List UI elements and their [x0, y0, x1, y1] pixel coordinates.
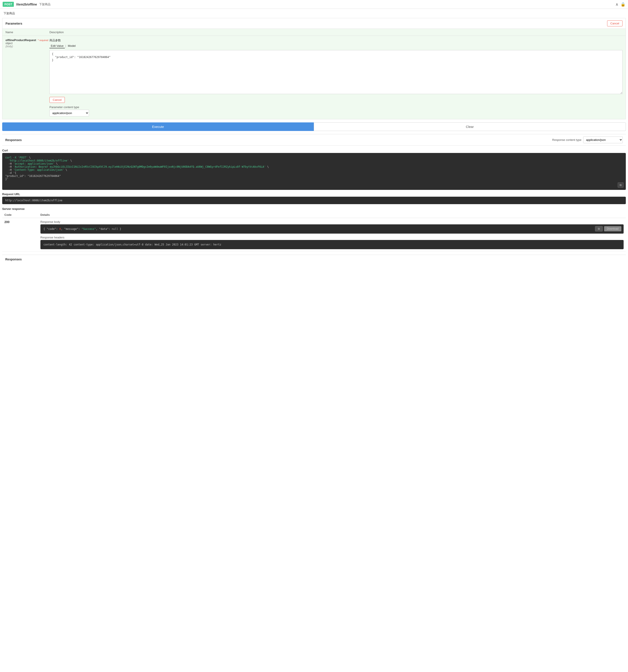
parameters-cancel-button[interactable]: Cancel: [607, 20, 623, 26]
parameters-title: Parameters: [5, 22, 22, 25]
server-response-section: Server response Code Details 200 Respons…: [2, 207, 626, 251]
response-row: 200 Response body { "code": 0, "message"…: [2, 218, 626, 251]
request-url-label: Request URL: [2, 192, 626, 196]
response-content-type-select[interactable]: application/json application/xml: [583, 137, 623, 143]
curl-copy-button[interactable]: ⧉: [618, 183, 624, 188]
response-content-type-label: Response content type: [552, 138, 581, 142]
parameters-header: Parameters Cancel: [2, 18, 626, 29]
execute-clear-row: Execute Clear: [2, 122, 626, 131]
response-body-actions: ⧉ Download: [595, 226, 621, 232]
response-content-type-wrapper: Response content type application/json a…: [552, 137, 623, 143]
response-body-label: Response body: [41, 220, 624, 223]
response-body-block: { "code": 0, "message": "Success", "data…: [41, 224, 624, 234]
json-code-value: 0: [59, 227, 61, 231]
collapse-icon[interactable]: ∧: [615, 2, 618, 7]
json-message-value: "Success": [81, 227, 96, 231]
section-description: 下架商品: [0, 9, 628, 18]
param-type: object: [5, 42, 49, 45]
param-row: offlineProductRequest * required object …: [2, 36, 626, 119]
description-header: Description: [49, 30, 623, 34]
server-response-label: Server response: [2, 207, 626, 211]
responses-header: Responses Response content type applicat…: [2, 134, 626, 146]
param-cancel-wrapper: Cancel: [49, 95, 623, 103]
params-table-header: Name Description: [2, 29, 626, 36]
response-headers-label: Response headers: [41, 236, 624, 239]
response-code: 200: [4, 220, 9, 224]
endpoint-description: 下架商品: [39, 2, 51, 6]
code-column-header: Code: [2, 212, 38, 218]
name-header: Name: [5, 30, 49, 34]
param-description-text: 商品参数: [49, 39, 623, 42]
param-name-wrapper: offlineProductRequest * required: [5, 39, 49, 42]
method-badge: POST: [3, 2, 14, 7]
header-icons: ∧ 🔒: [615, 2, 625, 7]
curl-section: Curl curl -X 'POST' \ 'http://localhost:…: [2, 149, 626, 190]
tab-separator: |: [65, 44, 66, 48]
param-name: offlineProductRequest: [5, 39, 36, 42]
param-description-column: 商品参数 Edit Value | Model Cancel Parameter…: [49, 39, 623, 117]
content-type-label: Parameter content type: [49, 105, 623, 109]
model-tab[interactable]: Model: [67, 44, 77, 48]
edit-value-tabs: Edit Value | Model: [49, 44, 623, 48]
param-name-column: offlineProductRequest * required object …: [5, 39, 49, 117]
endpoint-header: POST /item2b/offline 下架商品 ∧ 🔒: [0, 0, 628, 9]
param-cancel-button[interactable]: Cancel: [49, 97, 65, 103]
edit-value-tab[interactable]: Edit Value: [49, 44, 65, 48]
json-body-textarea[interactable]: [49, 50, 623, 94]
curl-label: Curl: [2, 149, 626, 152]
download-button[interactable]: Download: [604, 226, 621, 232]
json-data-value: null: [112, 227, 118, 231]
request-url-block: http://localhost:8080/item2b/offline: [2, 197, 626, 204]
endpoint-path: /item2b/offline: [16, 3, 37, 6]
request-url-section: Request URL http://localhost:8080/item2b…: [2, 192, 626, 204]
responses-title: Responses: [5, 138, 22, 142]
parameters-section: Parameters Cancel Name Description offli…: [2, 18, 626, 119]
param-body-label: (body): [5, 45, 49, 48]
param-required-label: * required: [38, 39, 48, 42]
lock-icon[interactable]: 🔒: [621, 2, 625, 7]
clear-button[interactable]: Clear: [314, 122, 626, 131]
params-table: Name Description offlineProductRequest *…: [2, 29, 626, 119]
response-copy-button[interactable]: ⧉: [595, 226, 603, 232]
response-headers-block: content-length: 42 content-type: applica…: [41, 240, 624, 249]
response-table: Code Details 200 Response body { "code":…: [2, 212, 626, 251]
curl-block: curl -X 'POST' \ 'http://localhost:8080/…: [2, 153, 626, 190]
bottom-responses-label: Responses: [2, 255, 626, 264]
details-column-header: Details: [38, 212, 626, 218]
content-type-select[interactable]: application/json application/xml text/pl…: [49, 110, 89, 117]
content-type-section: Parameter content type application/json …: [49, 105, 623, 117]
execute-button[interactable]: Execute: [2, 122, 314, 131]
